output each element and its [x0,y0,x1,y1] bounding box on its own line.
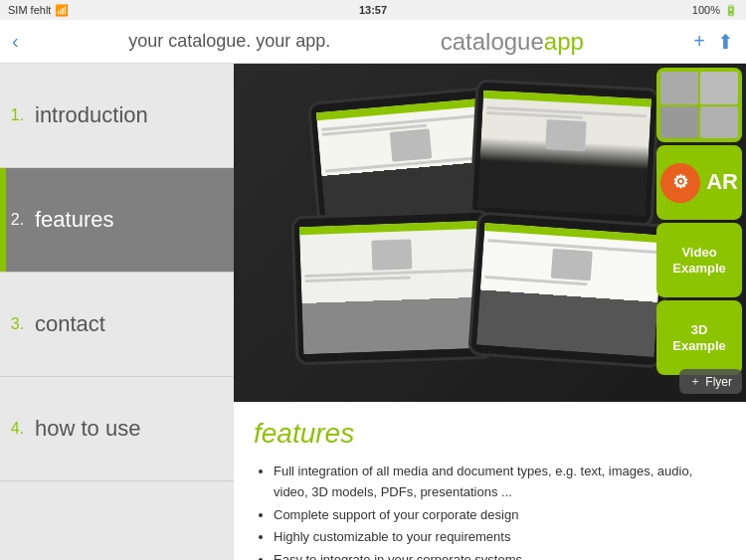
header-left: ‹ [12,30,19,53]
nav-number-1: 1. [0,106,35,124]
add-button[interactable]: + [693,30,705,54]
gallery-cell-1 [660,72,698,104]
gallery-cell-3 [660,106,698,139]
hero-image: ⚙ AR Video Example 3D Example ＋ Flyer [234,64,746,402]
nav-label-contact: contact [35,311,105,337]
content-heading: features [254,418,726,450]
nav-label-how-to-use: how to use [35,416,140,442]
flyer-button[interactable]: ＋ Flyer [679,369,742,394]
nav-number-3: 3. [0,315,35,333]
time-display: 13:57 [359,4,387,16]
tablet-screen-4 [476,223,662,357]
header-title: your catalogue. your app. [128,31,330,52]
status-bar: SIM fehlt 📶 13:57 100% 🔋 [0,0,746,20]
battery-icon: 🔋 [724,4,738,17]
content-list: Full integration of all media and docume… [254,462,726,560]
bullet-4: Easy to integrate in your corporate syst… [274,550,726,560]
logo-second: app [544,28,584,55]
video-example-button[interactable]: Video Example [656,223,742,297]
gallery-cell-2 [700,72,738,104]
sidebar-item-contact[interactable]: 3. contact [0,273,234,377]
battery-text: 100% [692,4,720,16]
tablet-screen-2 [477,91,652,217]
header: ‹ your catalogue. your app. catalogueapp… [0,20,746,64]
back-button[interactable]: ‹ [12,30,19,53]
sidebar-item-how-to-use[interactable]: 4. how to use [0,377,234,481]
gallery-icon [656,68,742,142]
bullet-3: Highly customizable to your requirements [274,527,726,548]
3d-example-button[interactable]: 3D Example [656,300,742,375]
tablet-2 [468,79,659,227]
carrier-text: SIM fehlt [8,4,51,16]
status-left: SIM fehlt 📶 [8,4,69,17]
flyer-label: Flyer [705,375,732,389]
share-button[interactable]: ⬆ [717,30,734,54]
tablets-container [254,74,666,402]
logo-first: catalogue [441,28,544,55]
nav-label-introduction: introduction [35,102,148,128]
wifi-icon: 📶 [55,4,69,17]
gallery-button[interactable] [656,68,742,142]
right-buttons: ⚙ AR Video Example 3D Example [656,64,746,375]
video-line1: Video [681,245,716,261]
main-layout: 1. introduction 2. features 3. contact 4… [0,64,746,560]
bullet-1: Full integration of all media and docume… [274,462,726,503]
status-right: 100% 🔋 [692,4,738,17]
content-text: features Full integration of all media a… [234,402,746,560]
ar-engine-icon: ⚙ [660,163,700,203]
active-indicator [0,168,6,272]
sidebar-item-features[interactable]: 2. features [0,168,234,273]
tablet-3 [290,210,494,366]
tablet-screen-3 [299,221,486,354]
tablet-4 [467,211,671,368]
header-logo: catalogueapp [441,28,584,56]
sidebar: 1. introduction 2. features 3. contact 4… [0,64,234,560]
ar-button[interactable]: ⚙ AR [656,145,742,220]
nav-label-features: features [35,207,114,233]
header-actions: + ⬆ [693,30,734,54]
sidebar-item-introduction[interactable]: 1. introduction [0,64,234,168]
ar-label: AR [706,169,738,195]
gallery-cell-4 [700,106,738,139]
video-line2: Example [672,261,725,277]
content-area: ⚙ AR Video Example 3D Example ＋ Flyer [234,64,746,560]
3d-line2: Example [672,338,725,354]
bullet-2: Complete support of your corporate desig… [274,505,726,526]
flyer-icon: ＋ [689,373,701,390]
3d-line1: 3D [691,322,708,338]
nav-number-4: 4. [0,420,35,438]
